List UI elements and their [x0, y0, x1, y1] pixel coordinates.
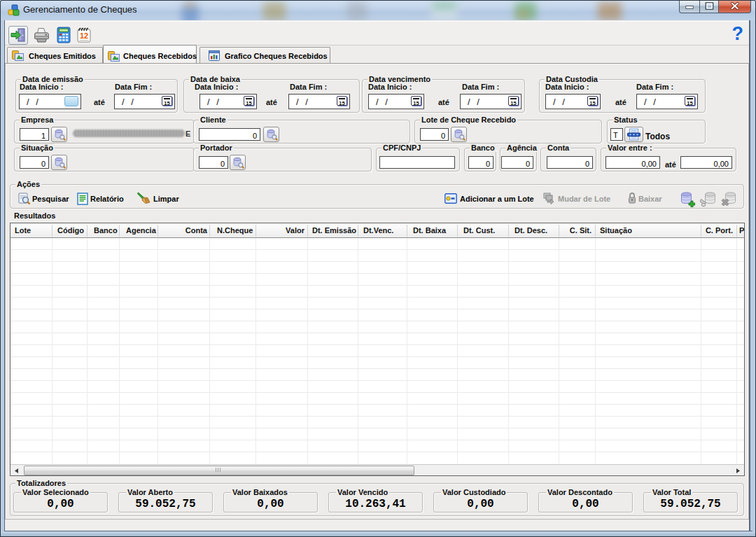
svg-text:12: 12	[80, 32, 88, 40]
